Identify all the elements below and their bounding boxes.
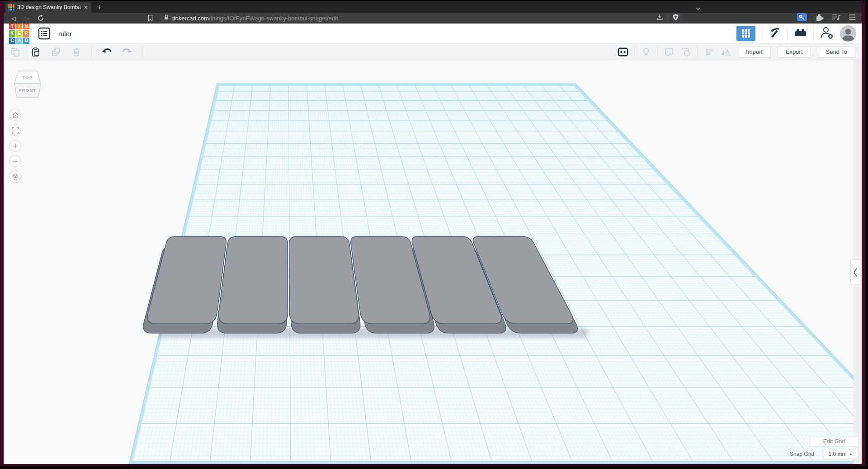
download-icon[interactable]	[656, 14, 664, 23]
editor-toolbar: Import Export Send To	[4, 44, 862, 60]
reload-icon[interactable]	[36, 14, 45, 22]
brick-icon[interactable]	[794, 27, 807, 40]
workplane-3d-viewport[interactable]	[4, 60, 854, 464]
divider	[697, 46, 698, 58]
fit-view-button[interactable]	[9, 124, 21, 136]
url-domain: tinkercad.com	[172, 15, 209, 22]
address-bar[interactable]: tinkercad.com/things/fOtEynFWagn-swanky-…	[159, 14, 684, 23]
avatar[interactable]	[840, 25, 856, 42]
tab-title: 3D design Swanky Bombul-Sna	[17, 4, 80, 10]
box-shape[interactable]	[143, 237, 226, 333]
align-icon	[703, 47, 714, 57]
tinkercad-header: TINKERCAD ruler	[4, 24, 862, 44]
paste-icon[interactable]	[30, 47, 41, 57]
undo-icon[interactable]	[101, 47, 112, 57]
tab-favicon	[8, 4, 14, 10]
divider	[813, 27, 814, 40]
snap-grid-label: Snap Grid	[790, 451, 814, 457]
box-shape[interactable]	[217, 237, 288, 333]
tab-close-icon[interactable]: ×	[83, 4, 89, 10]
send-to-button[interactable]: Send To	[818, 46, 855, 58]
browser-tab[interactable]: 3D design Swanky Bombul-Sna ×	[5, 2, 91, 13]
divider	[657, 46, 658, 58]
group-icon	[664, 47, 675, 57]
divider	[142, 46, 142, 58]
browser-window: 3D design Swanky Bombul-Sna × + ◁ ▷ tink…	[4, 1, 862, 464]
url-path: /things/fOtEynFWagn-swanky-bombul-snaget…	[209, 15, 338, 22]
url-text: tinkercad.com/things/fOtEynFWagn-swanky-…	[172, 15, 653, 22]
divider	[788, 27, 788, 40]
tinkercad-logo[interactable]: TINKERCAD	[9, 24, 29, 44]
back-icon[interactable]: ◁	[9, 15, 18, 22]
new-tab-button[interactable]: +	[97, 3, 102, 11]
grid-apps-button[interactable]	[736, 26, 755, 41]
chevron-left-icon	[853, 267, 858, 277]
view-cube[interactable]: TOP FRONT	[13, 67, 42, 101]
edit-grid-button[interactable]: Edit Grid	[809, 436, 859, 447]
snap-grid-value: 1.0 mm	[829, 451, 847, 457]
screen-edge	[0, 0, 868, 1]
show-all-bulb-icon	[641, 47, 651, 57]
export-button[interactable]: Export	[778, 46, 811, 58]
mirror-icon	[720, 47, 731, 57]
caret-up-icon: ▲	[849, 452, 853, 455]
redo-icon	[122, 47, 132, 57]
playlist-icon[interactable]	[831, 13, 840, 23]
lock-icon	[164, 14, 169, 22]
properties-list-icon[interactable]	[38, 27, 51, 40]
tab-strip: 3D design Swanky Bombul-Sna × +	[4, 1, 862, 13]
screen-edge	[865, 0, 868, 469]
ungroup-icon	[680, 47, 691, 57]
design-name[interactable]: ruler	[58, 30, 72, 38]
view-cube-top-face[interactable]: TOP	[23, 75, 33, 80]
tab-overflow-chevron-icon[interactable]	[695, 4, 701, 12]
extensions-puzzle-icon[interactable]	[815, 13, 824, 24]
copy-icon	[10, 47, 21, 57]
import-button[interactable]: Import	[738, 46, 771, 58]
divider	[668, 15, 668, 21]
perspective-toggle-button[interactable]	[9, 171, 21, 183]
password-key-extension-icon[interactable]	[797, 13, 807, 23]
box-shape[interactable]	[289, 237, 360, 333]
menu-icon[interactable]	[848, 14, 856, 22]
view-cube-front-face[interactable]: FRONT	[19, 88, 37, 93]
divider	[91, 46, 92, 58]
panel-expand-button[interactable]	[850, 260, 860, 285]
browser-navbar: ◁ ▷ tinkercad.com/things/fOtEynFWagn-swa…	[4, 13, 862, 24]
screen-edge	[0, 466, 868, 469]
minecraft-pickaxe-icon[interactable]	[769, 26, 781, 41]
duplicate-icon	[51, 47, 61, 57]
bookmark-icon[interactable]	[146, 14, 155, 22]
hide-eye-icon[interactable]	[618, 47, 628, 57]
invite-person-icon[interactable]	[820, 26, 834, 41]
delete-trash-icon	[71, 47, 82, 57]
brave-shield-icon[interactable]	[672, 14, 679, 23]
zoom-out-button[interactable]	[9, 155, 21, 167]
forward-icon: ▷	[23, 15, 32, 22]
3d-canvas[interactable]: TOP FRONT Edit Grid Snap Grid 1.0 mm ▲	[4, 60, 862, 464]
divider	[762, 27, 762, 40]
snap-grid-dropdown[interactable]: 1.0 mm ▲	[823, 449, 858, 459]
divider	[634, 46, 635, 58]
home-view-button[interactable]	[9, 109, 21, 121]
zoom-in-button[interactable]	[9, 140, 21, 152]
